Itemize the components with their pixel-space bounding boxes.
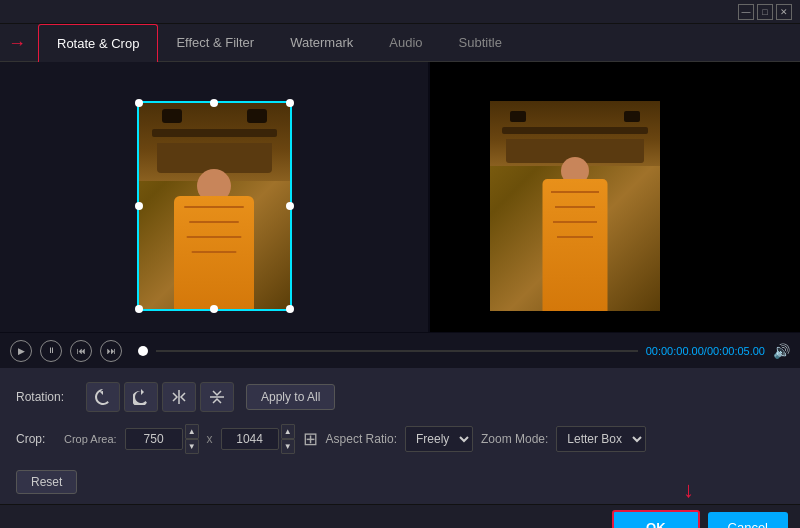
ok-button[interactable]: OK (612, 510, 700, 528)
apply-to-all-button[interactable]: Apply to All (246, 384, 335, 410)
playhead[interactable] (138, 346, 148, 356)
rotation-row: Rotation: Apply to All (16, 382, 784, 412)
tab-effect-filter[interactable]: Effect & Filter (158, 24, 272, 62)
aspect-ratio-select[interactable]: Freely 16:9 4:3 1:1 (405, 426, 473, 452)
time-display: 00:00:00.00/00:00:05.00 (646, 345, 765, 357)
tab-watermark[interactable]: Watermark (272, 24, 371, 62)
tab-bar: → Rotate & Crop Effect & Filter Watermar… (0, 24, 800, 62)
aspect-ratio-label: Aspect Ratio: (326, 432, 397, 446)
tab-rotate-crop[interactable]: Rotate & Crop (38, 24, 158, 62)
crop-container (137, 101, 292, 311)
height-increment-button[interactable]: ▲ (281, 424, 295, 439)
preview-area: Original: 750x1044 👁 10.jpg Output: 1280… (0, 62, 800, 332)
volume-icon[interactable]: 🔊 (773, 343, 790, 359)
controls-area: Rotation: Apply to All Crop: Crop Area: … (0, 368, 800, 504)
timeline-track[interactable] (156, 350, 638, 352)
pause-button[interactable]: ⏸ (40, 340, 62, 362)
tab-subtitle[interactable]: Subtitle (441, 24, 520, 62)
rotation-label: Rotation: (16, 390, 86, 404)
flip-vertical-button[interactable] (200, 382, 234, 412)
dimension-separator: x (207, 432, 213, 446)
width-decrement-button[interactable]: ▼ (185, 439, 199, 454)
output-preview-image (490, 101, 660, 311)
play-button[interactable]: ▶ (10, 340, 32, 362)
bottom-bar: ↓ OK Cancel (0, 504, 800, 528)
close-button[interactable]: ✕ (776, 4, 792, 20)
height-input-group: 1044 ▲ ▼ (221, 424, 295, 454)
height-decrement-button[interactable]: ▼ (281, 439, 295, 454)
crop-handle-br[interactable] (286, 305, 294, 313)
width-increment-button[interactable]: ▲ (185, 424, 199, 439)
crop-area-label: Crop Area: (64, 433, 117, 445)
tab-audio[interactable]: Audio (371, 24, 440, 62)
maximize-button[interactable]: □ (757, 4, 773, 20)
next-frame-button[interactable]: ⏭ (100, 340, 122, 362)
reset-button[interactable]: Reset (16, 470, 77, 494)
tab-arrow-icon: → (8, 32, 26, 53)
crop-handle-mr[interactable] (286, 202, 294, 210)
crop-border (137, 101, 292, 311)
prev-frame-button[interactable]: ⏮ (70, 340, 92, 362)
crop-row: Crop: Crop Area: 750 ▲ ▼ x 1044 ▲ ▼ ⊞ As… (16, 424, 784, 454)
cancel-button[interactable]: Cancel (708, 512, 788, 528)
crop-label: Crop: (16, 432, 56, 446)
timeline-bar: ▶ ⏸ ⏮ ⏭ 00:00:00.00/00:00:05.00 🔊 (0, 332, 800, 368)
crop-handle-bl[interactable] (135, 305, 143, 313)
right-preview-panel (430, 62, 800, 332)
minimize-button[interactable]: — (738, 4, 754, 20)
flip-horizontal-button[interactable] (162, 382, 196, 412)
left-preview-panel (0, 62, 430, 332)
crop-handle-tm[interactable] (210, 99, 218, 107)
crop-resize-icon: ⊞ (303, 428, 318, 450)
rotate-cw-button[interactable] (124, 382, 158, 412)
zoom-mode-select[interactable]: Letter Box Pan & Scan Full (556, 426, 646, 452)
crop-handle-bm[interactable] (210, 305, 218, 313)
crop-height-input[interactable]: 1044 (221, 428, 279, 450)
ok-arrow-icon: ↓ (683, 477, 694, 503)
zoom-mode-label: Zoom Mode: (481, 432, 548, 446)
rotate-ccw-button[interactable] (86, 382, 120, 412)
crop-width-input[interactable]: 750 (125, 428, 183, 450)
width-input-group: 750 ▲ ▼ (125, 424, 199, 454)
crop-handle-tl[interactable] (135, 99, 143, 107)
crop-handle-ml[interactable] (135, 202, 143, 210)
crop-handle-tr[interactable] (286, 99, 294, 107)
